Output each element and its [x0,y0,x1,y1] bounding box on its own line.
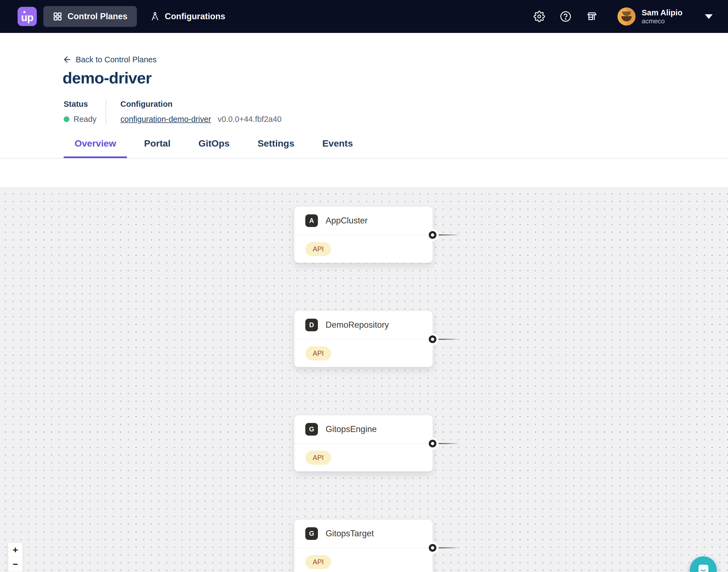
node-card-gitopstarget[interactable]: G GitopsTarget API [294,519,433,572]
compass-icon [150,11,160,21]
node-initial-icon: G [305,423,318,436]
status-label: Status [64,100,106,109]
edge-line [438,339,460,340]
flow-canvas[interactable]: A AppCluster API D DemoRepository API G … [0,187,728,572]
node-initial-icon: A [305,214,318,227]
node-card-appcluster[interactable]: A AppCluster API [294,206,433,263]
user-org: acmeco [642,17,682,25]
status-dot [64,117,69,122]
tab-events[interactable]: Events [311,138,364,158]
api-badge: API [305,346,331,360]
grid-icon [53,11,63,21]
node-card-gitopsengine[interactable]: G GitopsEngine API [294,415,433,472]
avatar [618,7,636,25]
edge-line [438,234,460,235]
meta-row: Status Ready Configuration configuration… [64,100,728,124]
connection-handle[interactable] [426,229,438,241]
edge-line [438,443,460,444]
zoom-in-button[interactable]: + [8,543,22,557]
upbound-logo[interactable]: up [17,7,37,26]
marketplace-button[interactable] [586,11,598,22]
divider [106,100,106,124]
status-value: Ready [74,115,96,124]
node-title: AppCluster [326,216,368,226]
api-badge: API [305,242,331,256]
tab-settings[interactable]: Settings [247,138,305,158]
help-icon [560,11,571,22]
connection-handle[interactable] [426,437,438,449]
arrow-left-icon [63,55,72,64]
tab-gitops[interactable]: GitOps [188,138,241,158]
chevron-down-icon[interactable] [705,14,713,19]
back-to-control-planes-link[interactable]: Back to Control Planes [63,55,157,64]
status-section: Status Ready [64,100,106,124]
user-name: Sam Alipio [642,8,682,17]
tabs: Overview Portal GitOps Settings Events [0,138,728,159]
page-title: demo-driver [63,69,728,87]
top-navbar: up Control Planes Configurations [0,0,728,33]
nav-item-configurations[interactable]: Configurations [150,11,225,21]
node-title: DemoRepository [326,320,389,330]
configuration-version: v0.0.0+44.fbf2a40 [218,115,281,124]
chat-launcher-button[interactable] [690,556,717,572]
connection-handle[interactable] [426,542,438,554]
canvas-controls: + − [8,543,22,572]
node-title: GitopsEngine [326,424,377,434]
gear-icon [534,11,545,22]
settings-button[interactable] [534,11,545,22]
page-header: Back to Control Planes demo-driver Statu… [0,55,728,187]
zoom-out-button[interactable]: − [8,557,22,571]
tab-overview[interactable]: Overview [64,138,127,158]
configuration-link[interactable]: configuration-demo-driver [120,115,211,124]
nav-item-control-planes[interactable]: Control Planes [43,6,137,27]
nav-item-label: Configurations [165,11,225,21]
user-menu[interactable]: Sam Alipio acmeco [618,7,682,25]
logo-dot [23,11,25,13]
configuration-label: Configuration [120,100,281,109]
navbar-right: Sam Alipio acmeco [534,7,713,25]
node-title: GitopsTarget [326,529,374,539]
tab-portal[interactable]: Portal [133,138,181,158]
node-card-demorepository[interactable]: D DemoRepository API [294,311,433,367]
api-badge: API [305,451,331,465]
connection-handle[interactable] [426,333,438,345]
edge-line [438,547,460,549]
node-initial-icon: D [305,319,318,331]
nav-item-label: Control Planes [68,11,128,21]
configuration-section: Configuration configuration-demo-driver … [120,100,281,124]
node-initial-icon: G [305,527,318,540]
chat-bubble-icon [696,563,711,572]
storefront-icon [586,11,598,22]
logo-text: up [21,10,33,23]
api-badge: API [305,555,331,569]
help-button[interactable] [560,11,571,22]
